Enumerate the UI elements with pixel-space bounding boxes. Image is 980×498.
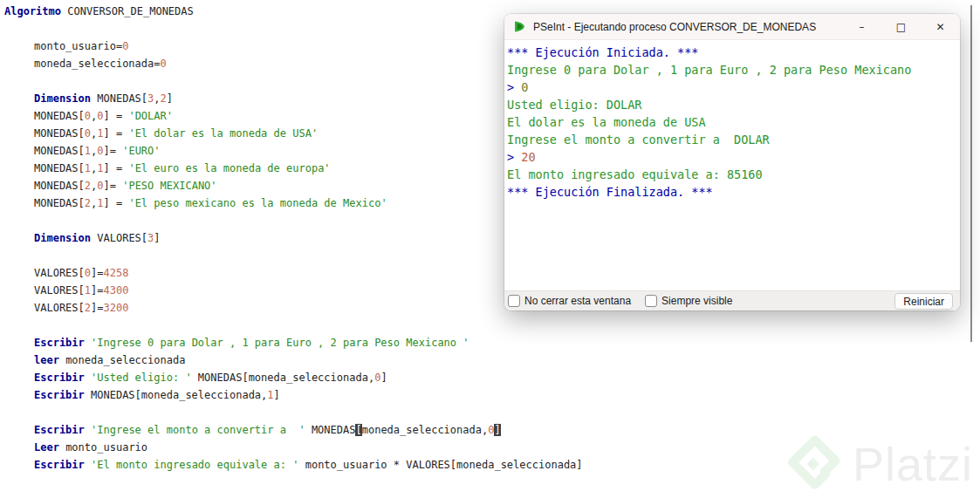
code-editor[interactable]: Algoritmo CONVERSOR_DE_MONEDAS monto_usu… bbox=[4, 3, 502, 474]
code-segment: MONEDAS[ bbox=[34, 110, 85, 122]
code-segment: monto_usuario bbox=[59, 441, 147, 454]
code-line: MONEDAS[1,1] = 'El euro es la moneda de … bbox=[4, 160, 502, 177]
code-line: Dimension MONEDAS[3,2] bbox=[4, 90, 502, 107]
code-segment: 'El peso mexicano es la moneda de Mexico… bbox=[128, 197, 387, 209]
code-segment: 'Usted eligio: ' bbox=[91, 372, 192, 384]
code-segment: 2 bbox=[161, 92, 167, 105]
pseint-console-window: PSeInt - Ejecutando proceso CONVERSOR_DE… bbox=[504, 14, 960, 310]
code-line bbox=[4, 247, 502, 264]
console-footer: No cerrar esta ventana Siempre visible R… bbox=[504, 290, 960, 310]
code-segment bbox=[85, 372, 91, 384]
code-segment: ] = bbox=[104, 197, 129, 209]
console-segment: *** Ejecución Finalizada. *** bbox=[507, 185, 713, 199]
code-segment: 1 bbox=[85, 284, 91, 297]
code-line: VALORES[0]=4258 bbox=[4, 264, 502, 282]
code-segment: CONVERSOR_DE_MONEDAS bbox=[61, 5, 194, 17]
code-segment: monto_usuario * VALORES[moneda_seleccion… bbox=[298, 459, 582, 471]
code-segment: ] bbox=[274, 389, 280, 401]
code-segment: Escribir bbox=[34, 459, 85, 471]
code-segment: ]= bbox=[104, 180, 123, 192]
console-segment: Ingrese el monto a convertir a DOLAR bbox=[507, 133, 770, 147]
code-segment: Algoritmo bbox=[4, 5, 61, 17]
console-line: *** Ejecución Iniciada. *** bbox=[507, 44, 957, 61]
reiniciar-button[interactable]: Reiniciar bbox=[894, 293, 953, 310]
code-segment: 'El monto ingresado equivale a: ' bbox=[91, 459, 298, 471]
code-segment: MONEDAS[ bbox=[91, 92, 147, 105]
code-segment: 'Ingrese 0 para Dolar , 1 para Euro , 2 … bbox=[91, 337, 469, 349]
code-segment: 0 bbox=[97, 145, 103, 157]
maximize-button[interactable]: □ bbox=[881, 14, 921, 39]
code-segment: 1 bbox=[85, 162, 91, 174]
code-segment: 2 bbox=[85, 302, 91, 314]
code-segment: ] = bbox=[104, 162, 129, 174]
code-line: moneda_seleccionada=0 bbox=[4, 55, 502, 72]
console-line: El dolar es la moneda de USA bbox=[507, 113, 957, 131]
code-line: MONEDAS[2,0]= 'PESO MEXICANO' bbox=[4, 177, 502, 194]
code-line: Escribir 'Ingrese el monto a convertir a… bbox=[4, 421, 502, 439]
code-line: MONEDAS[0,0] = 'DOLAR' bbox=[4, 107, 502, 125]
code-segment: moneda_seleccionada bbox=[59, 354, 186, 366]
console-line: El monto ingresado equivale a: 85160 bbox=[507, 166, 957, 183]
code-segment bbox=[85, 424, 91, 436]
console-titlebar[interactable]: PSeInt - Ejecutando proceso CONVERSOR_DE… bbox=[504, 14, 960, 40]
minimize-button[interactable]: – bbox=[842, 14, 881, 39]
code-segment: leer bbox=[34, 354, 59, 366]
code-line: leer moneda_seleccionada bbox=[4, 351, 502, 369]
pseint-logo-icon bbox=[513, 20, 526, 33]
code-segment: ] bbox=[154, 232, 160, 244]
code-segment: ] bbox=[380, 372, 387, 384]
console-output[interactable]: *** Ejecución Iniciada. ***Ingrese 0 par… bbox=[504, 40, 960, 290]
console-segment: 0 bbox=[521, 80, 528, 94]
code-segment: moneda_seleccionada, bbox=[362, 424, 489, 436]
code-segment: MONEDAS[ bbox=[34, 180, 85, 192]
code-segment: 'DOLAR' bbox=[128, 110, 173, 122]
code-segment bbox=[85, 337, 91, 349]
checkbox-label: Siempre visible bbox=[661, 295, 732, 307]
close-button[interactable]: ✕ bbox=[921, 14, 960, 39]
code-segment: ] = bbox=[104, 110, 129, 122]
console-line: Usted eligio: DOLAR bbox=[507, 96, 957, 113]
code-line: Algoritmo CONVERSOR_DE_MONEDAS bbox=[4, 3, 502, 20]
console-line: *** Ejecución Finalizada. *** bbox=[507, 183, 957, 201]
code-segment: 2 bbox=[85, 197, 91, 209]
code-segment: , bbox=[154, 92, 160, 105]
platzi-watermark-text: Platzi bbox=[853, 437, 973, 491]
console-segment: El dolar es la moneda de USA bbox=[507, 115, 706, 129]
maximize-icon: □ bbox=[896, 21, 906, 33]
code-segment: 'El euro es la moneda de europa' bbox=[128, 162, 330, 174]
code-segment: VALORES[ bbox=[91, 232, 147, 244]
window-controls: – □ ✕ bbox=[842, 14, 960, 39]
code-line: monto_usuario=0 bbox=[4, 38, 502, 55]
code-segment: 'Ingrese el monto a convertir a ' bbox=[91, 424, 305, 436]
code-segment: Escribir bbox=[34, 424, 85, 436]
code-segment: 1 bbox=[267, 389, 273, 401]
code-segment: Escribir bbox=[34, 389, 85, 401]
checkbox-siempre-visible[interactable]: Siempre visible bbox=[645, 295, 732, 307]
code-line bbox=[4, 404, 502, 421]
console-segment: *** Ejecución Iniciada. *** bbox=[507, 45, 698, 59]
code-segment: VALORES[ bbox=[34, 302, 85, 314]
code-segment: MONEDAS[ bbox=[34, 145, 85, 157]
code-line: Dimension VALORES[3] bbox=[4, 229, 502, 247]
checkbox-icon bbox=[508, 295, 520, 307]
code-segment: Escribir bbox=[34, 337, 85, 349]
code-segment: 'El dolar es la moneda de USA' bbox=[128, 127, 318, 140]
platzi-logo-icon bbox=[783, 433, 840, 495]
code-segment: ]= bbox=[104, 145, 123, 157]
window-title: PSeInt - Ejecutando proceso CONVERSOR_DE… bbox=[533, 21, 816, 33]
code-line bbox=[4, 317, 502, 334]
minimize-icon: – bbox=[860, 21, 865, 33]
code-segment: Dimension bbox=[34, 232, 91, 244]
checkbox-no-cerrar-esta-ventana[interactable]: No cerrar esta ventana bbox=[508, 295, 631, 307]
editor-scrollbar[interactable] bbox=[970, 5, 972, 342]
code-segment: MONEDAS[moneda_seleccionada, bbox=[192, 372, 375, 384]
code-line bbox=[4, 72, 502, 90]
code-segment: MONEDAS[ bbox=[34, 127, 85, 140]
code-segment: ] bbox=[494, 424, 500, 436]
code-line: Escribir 'Usted eligio: ' MONEDAS[moneda… bbox=[4, 369, 502, 386]
code-line bbox=[4, 20, 502, 38]
code-line: VALORES[2]=3200 bbox=[4, 299, 502, 317]
code-segment: 0 bbox=[85, 267, 91, 279]
code-segment: 4258 bbox=[103, 267, 128, 279]
console-segment: Ingrese 0 para Dolar , 1 para Euro , 2 p… bbox=[507, 63, 911, 77]
